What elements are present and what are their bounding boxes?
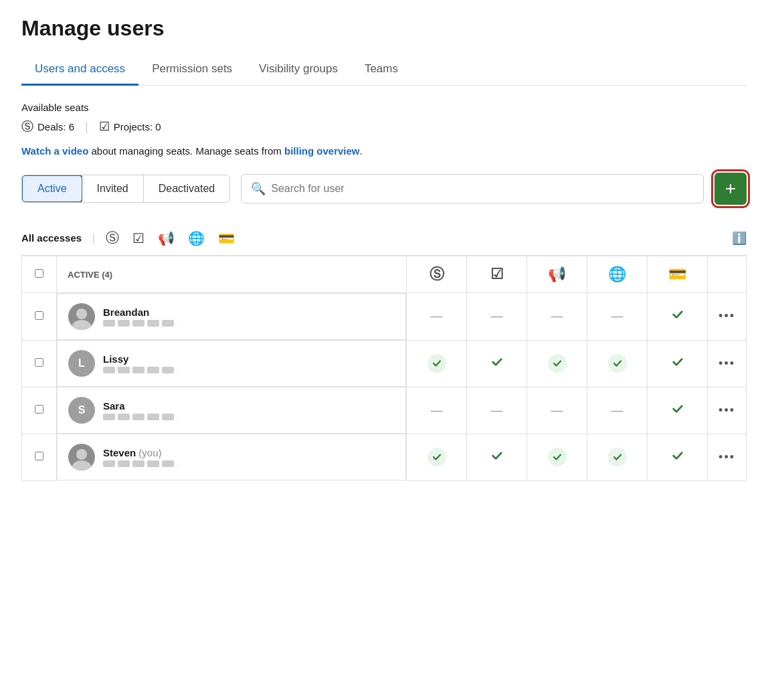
main-tabs: Users and access Permission sets Visibil…: [21, 54, 747, 86]
user-info-breandan: Breandan .: [68, 303, 179, 330]
row-action-sara[interactable]: •••: [708, 387, 747, 434]
row-action-breandan[interactable]: •••: [708, 293, 747, 341]
access-billing-lissy: [648, 340, 708, 387]
info-text: Watch a video about managing seats. Mana…: [21, 145, 747, 157]
info-icon[interactable]: ℹ️: [732, 231, 747, 246]
table-row: Breandan . ———— •••: [22, 293, 747, 341]
user-details-breandan: Breandan .: [103, 307, 179, 327]
deals-access-icon[interactable]: Ⓢ: [106, 229, 119, 247]
seats-divider: |: [85, 120, 88, 134]
access-billing-sara: [648, 387, 708, 434]
projects-seat: ☑ Projects: 0: [99, 119, 161, 134]
access-globe-sara: —: [587, 387, 648, 434]
tab-permission-sets[interactable]: Permission sets: [138, 54, 246, 86]
projects-label: Projects: 0: [114, 121, 161, 133]
dash-icon: —: [551, 309, 563, 323]
watch-video-link[interactable]: Watch a video: [21, 145, 88, 157]
billing-access-icon[interactable]: 💳: [218, 230, 235, 246]
access-campaigns-steven: [527, 434, 587, 480]
avatar-sara: S: [68, 397, 95, 424]
row-action-lissy[interactable]: •••: [708, 340, 747, 387]
page-container: Manage users Users and access Permission…: [0, 0, 768, 497]
row-menu-button-sara[interactable]: •••: [718, 404, 735, 417]
check-icon: [490, 357, 504, 371]
user-checkbox-sara[interactable]: [35, 405, 43, 414]
user-name-breandan: Breandan: [103, 307, 179, 318]
svg-point-1: [72, 320, 91, 330]
avatar-lissy: L: [68, 350, 95, 377]
header-globe-icon: 🌐: [587, 256, 648, 293]
check-circle-icon: [548, 448, 567, 466]
user-checkbox-steven[interactable]: [35, 452, 43, 460]
dash-icon: —: [491, 309, 503, 323]
user-name-steven: Steven (you): [103, 447, 179, 458]
billing-overview-link[interactable]: billing overview: [284, 145, 360, 157]
billing-col-icon: 💳: [668, 266, 686, 282]
tab-visibility-groups[interactable]: Visibility groups: [246, 54, 351, 86]
table-row: L Lissy .: [22, 340, 747, 387]
seats-row: Ⓢ Deals: 6 | ☑ Projects: 0: [21, 118, 747, 135]
header-action-col: [708, 256, 747, 293]
user-cell-breandan: Breandan .: [57, 293, 406, 340]
avatar-breandan: [68, 303, 95, 330]
users-table: ACTIVE (4) Ⓢ ☑ 📢 🌐 💳 B: [21, 256, 747, 481]
user-email-steven: .: [103, 460, 179, 468]
filter-tab-active[interactable]: Active: [21, 175, 83, 203]
access-campaigns-sara: —: [527, 387, 587, 434]
user-name-lissy: Lissy: [103, 353, 179, 365]
search-icon: 🔍: [251, 181, 266, 196]
header-projects-icon: ☑: [467, 256, 527, 293]
projects-col-icon: ☑: [490, 266, 504, 282]
deals-icon: Ⓢ: [21, 118, 33, 135]
add-user-button[interactable]: +: [714, 173, 747, 205]
access-billing-steven: [648, 434, 708, 480]
access-globe-lissy: [587, 340, 648, 387]
row-menu-button-lissy[interactable]: •••: [718, 357, 735, 370]
page-title: Manage users: [21, 16, 747, 41]
filter-tab-invited[interactable]: Invited: [82, 175, 144, 202]
campaigns-access-icon[interactable]: 📢: [158, 230, 175, 246]
check-icon: [671, 357, 684, 371]
check-circle-icon: [608, 354, 627, 373]
filter-row: Active Invited Deactivated 🔍 +: [21, 173, 747, 205]
user-cell-sara: S Sara .: [57, 387, 406, 434]
check-circle-icon: [608, 448, 627, 466]
seats-section: Available seats Ⓢ Deals: 6 | ☑ Projects:…: [21, 102, 747, 135]
avatar-steven: [68, 444, 95, 470]
select-all-checkbox[interactable]: [35, 269, 43, 278]
user-name-sara: Sara: [103, 400, 179, 412]
row-action-steven[interactable]: •••: [708, 434, 747, 480]
projects-access-icon[interactable]: ☑: [132, 230, 145, 246]
search-input[interactable]: [271, 183, 694, 195]
user-email-sara: .: [103, 414, 179, 421]
tab-teams[interactable]: Teams: [351, 54, 411, 86]
row-menu-button-breandan[interactable]: •••: [718, 309, 735, 323]
access-billing-breandan: [648, 293, 708, 341]
row-menu-button-steven[interactable]: •••: [718, 450, 735, 464]
user-details-sara: Sara .: [103, 400, 179, 421]
search-box: 🔍: [241, 174, 704, 203]
header-checkbox-col: [22, 256, 57, 293]
user-details-steven: Steven (you) .: [103, 447, 179, 468]
user-cell-lissy: L Lissy .: [57, 340, 406, 387]
deals-col-icon: Ⓢ: [429, 266, 444, 282]
user-email-breandan: .: [103, 320, 179, 327]
dash-icon: —: [431, 309, 443, 323]
tab-users-access[interactable]: Users and access: [21, 54, 138, 86]
access-deals-lissy: [407, 340, 467, 387]
dash-icon: —: [611, 309, 623, 323]
access-deals-sara: —: [407, 387, 467, 434]
all-accesses-label: All accesses: [21, 232, 82, 244]
globe-access-icon[interactable]: 🌐: [188, 230, 205, 246]
table-row: Steven (you) .: [22, 434, 747, 480]
svg-point-3: [72, 460, 91, 470]
access-campaigns-lissy: [527, 340, 587, 387]
header-billing-icon: 💳: [648, 256, 708, 293]
access-globe-steven: [587, 434, 648, 480]
access-icons: Ⓢ ☑ 📢 🌐 💳: [106, 229, 235, 247]
user-checkbox-breandan[interactable]: [35, 311, 43, 320]
filter-tab-deactivated[interactable]: Deactivated: [144, 175, 230, 202]
divider: |: [92, 232, 95, 244]
user-checkbox-lissy[interactable]: [35, 358, 43, 367]
row-checkbox-sara: [22, 387, 57, 434]
